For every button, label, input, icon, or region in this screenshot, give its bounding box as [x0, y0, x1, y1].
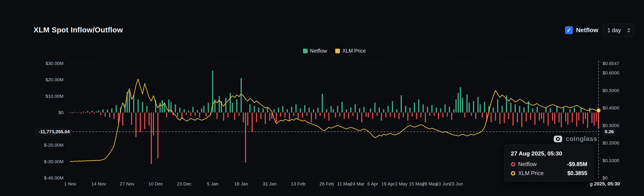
netflow-bar[interactable] — [580, 108, 582, 112]
netflow-bar[interactable] — [420, 112, 422, 117]
netflow-bar[interactable] — [131, 112, 132, 125]
netflow-bar[interactable] — [532, 108, 534, 112]
netflow-bar[interactable] — [166, 112, 167, 117]
netflow-bar[interactable] — [317, 108, 318, 112]
netflow-bar[interactable] — [252, 112, 253, 132]
netflow-bar[interactable] — [335, 112, 336, 117]
netflow-bar[interactable] — [234, 112, 235, 120]
netflow-bar[interactable] — [133, 95, 134, 112]
netflow-bar[interactable] — [291, 107, 292, 112]
netflow-bar[interactable] — [534, 112, 536, 125]
netflow-bar[interactable] — [232, 103, 233, 112]
netflow-bar[interactable] — [364, 107, 364, 112]
netflow-bar[interactable] — [536, 107, 538, 112]
netflow-bar[interactable] — [230, 93, 231, 112]
interval-select[interactable]: 1 day — [603, 24, 634, 37]
netflow-bar[interactable] — [574, 108, 575, 112]
netflow-bar[interactable] — [326, 109, 327, 112]
netflow-bar[interactable] — [583, 112, 584, 124]
netflow-bar[interactable] — [587, 112, 588, 128]
netflow-bar[interactable] — [90, 112, 90, 114]
netflow-bar[interactable] — [350, 108, 351, 112]
legend-item-xlm-price[interactable]: XLM Price — [335, 48, 366, 54]
netflow-bar[interactable] — [333, 109, 334, 112]
netflow-bar[interactable] — [315, 112, 316, 119]
netflow-bar[interactable] — [274, 109, 274, 112]
netflow-bar[interactable] — [225, 98, 226, 112]
netflow-checkbox[interactable]: ✓ — [565, 26, 573, 34]
netflow-bar[interactable] — [477, 97, 478, 112]
netflow-bar[interactable] — [142, 102, 143, 112]
netflow-bar[interactable] — [306, 112, 308, 116]
netflow-bar[interactable] — [374, 103, 376, 112]
netflow-bar[interactable] — [157, 112, 158, 158]
netflow-bar[interactable] — [412, 112, 413, 117]
netflow-bar[interactable] — [188, 111, 189, 112]
netflow-bar[interactable] — [300, 108, 301, 112]
netflow-bar[interactable] — [449, 107, 450, 112]
netflow-bar[interactable] — [473, 101, 474, 112]
netflow-bar[interactable] — [396, 109, 398, 112]
netflow-bar[interactable] — [468, 103, 470, 112]
netflow-bar[interactable] — [515, 104, 516, 112]
netflow-bar[interactable] — [355, 104, 356, 112]
netflow-bar[interactable] — [398, 112, 400, 119]
netflow-bar[interactable] — [464, 112, 466, 117]
netflow-bar[interactable] — [269, 112, 270, 121]
netflow-bar[interactable] — [576, 112, 577, 126]
netflow-bar[interactable] — [552, 112, 553, 121]
netflow-bar[interactable] — [311, 112, 312, 122]
netflow-bar[interactable] — [175, 104, 176, 112]
netflow-bar[interactable] — [427, 107, 428, 112]
netflow-bar[interactable] — [425, 112, 426, 122]
netflow-bar[interactable] — [320, 112, 321, 116]
netflow-bar[interactable] — [243, 112, 244, 122]
netflow-bar[interactable] — [500, 112, 500, 124]
netflow-bar[interactable] — [554, 112, 555, 124]
netflow-bar[interactable] — [151, 112, 152, 164]
netflow-bar[interactable] — [352, 112, 354, 116]
netflow-bar[interactable] — [368, 112, 369, 117]
netflow-bar[interactable] — [370, 108, 371, 112]
netflow-bar[interactable] — [208, 103, 209, 112]
netflow-bar[interactable] — [87, 111, 88, 112]
netflow-bar[interactable] — [432, 105, 432, 112]
netflow-bar[interactable] — [287, 109, 288, 112]
netflow-bar[interactable] — [471, 112, 472, 116]
netflow-bar[interactable] — [203, 106, 204, 112]
netflow-bar[interactable] — [330, 106, 332, 112]
netflow-bar[interactable] — [543, 112, 544, 123]
netflow-bar[interactable] — [451, 112, 452, 120]
netflow-bar[interactable] — [78, 112, 80, 112]
netflow-bar[interactable] — [495, 112, 496, 121]
netflow-bar[interactable] — [401, 95, 402, 112]
netflow-bar[interactable] — [70, 112, 71, 112]
netflow-bar[interactable] — [541, 112, 542, 119]
netflow-bar[interactable] — [302, 112, 303, 117]
netflow-bar[interactable] — [366, 112, 367, 117]
netflow-bar[interactable] — [282, 106, 284, 112]
netflow-bar[interactable] — [276, 112, 277, 122]
netflow-bar[interactable] — [521, 112, 522, 127]
netflow-bar[interactable] — [98, 110, 99, 112]
netflow-bar[interactable] — [240, 78, 242, 112]
netflow-bar[interactable] — [444, 104, 446, 112]
netflow-bar[interactable] — [104, 112, 106, 117]
netflow-bar[interactable] — [556, 106, 558, 112]
netflow-bar[interactable] — [177, 112, 178, 117]
netflow-bar[interactable] — [385, 112, 386, 117]
netflow-bar[interactable] — [458, 93, 459, 112]
netflow-bar[interactable] — [379, 108, 380, 112]
netflow-bar[interactable] — [72, 112, 73, 113]
netflow-bar[interactable] — [416, 112, 417, 119]
netflow-bar[interactable] — [256, 112, 257, 122]
netflow-bar[interactable] — [263, 108, 264, 112]
netflow-bar[interactable] — [236, 99, 237, 112]
netflow-bar[interactable] — [418, 99, 419, 112]
netflow-bar[interactable] — [545, 108, 546, 112]
netflow-bar[interactable] — [83, 112, 84, 112]
netflow-bar[interactable] — [596, 112, 597, 121]
netflow-bar[interactable] — [558, 112, 560, 122]
netflow-bar[interactable] — [539, 112, 540, 121]
netflow-bar[interactable] — [337, 106, 338, 112]
